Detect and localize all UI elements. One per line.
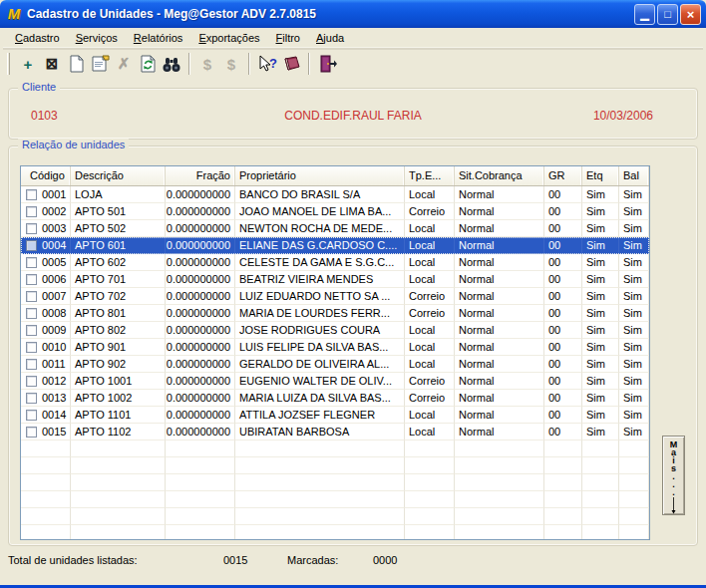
table-row[interactable]: 0015APTO 11020.000000000UBIRATAN BARBOSA… — [21, 424, 649, 441]
row-checkbox[interactable] — [26, 189, 37, 200]
table-header: CódigoDescriçãoFraçãoProprietárioTp.E...… — [21, 166, 649, 186]
app-logo-icon: M — [5, 5, 23, 23]
row-checkbox[interactable] — [26, 291, 37, 302]
row-checkbox[interactable] — [26, 393, 37, 404]
column-header-bal[interactable]: Bal — [619, 166, 649, 185]
column-header-sit-cobranca[interactable]: Sit.Cobrança — [455, 166, 544, 185]
cell-codigo: 0013 — [42, 390, 66, 406]
unidades-table: CódigoDescriçãoFraçãoProprietárioTp.E...… — [20, 165, 650, 540]
table-row[interactable]: 0009APTO 8020.000000000JOSE RODRIGUES CO… — [21, 322, 649, 339]
row-checkbox[interactable] — [26, 410, 37, 421]
table-cell: Normal — [455, 288, 544, 305]
row-checkbox[interactable] — [26, 240, 37, 251]
table-row[interactable]: 0002APTO 5010.000000000JOAO MANOEL DE LI… — [21, 203, 649, 220]
table-cell: EUGENIO WALTER DE OLIV... — [235, 373, 405, 390]
table-cell — [166, 491, 235, 508]
menu-item-servicos[interactable]: Serviços — [68, 30, 126, 46]
menu-item-relatorios[interactable]: Relatórios — [126, 30, 191, 46]
table-cell — [619, 508, 649, 525]
table-cell — [619, 441, 649, 457]
row-checkbox[interactable] — [26, 308, 37, 319]
table-cell — [405, 525, 455, 540]
column-header-tp-e[interactable]: Tp.E... — [405, 166, 455, 185]
table-cell: JOAO MANOEL DE LIMA BA... — [235, 203, 405, 220]
row-checkbox[interactable] — [26, 257, 37, 268]
menu-item-cadastro[interactable]: Cadastro — [7, 30, 68, 46]
context-help-button[interactable]: ? — [255, 52, 279, 76]
menu-item-ajuda[interactable]: Ajuda — [308, 30, 352, 46]
cancel-icon: ✗ — [118, 55, 131, 73]
table-cell — [455, 525, 544, 540]
manual-button[interactable] — [279, 52, 303, 76]
row-checkbox[interactable] — [26, 376, 37, 387]
table-cell: Sim — [619, 322, 649, 339]
table-cell: 0.000000000 — [166, 424, 235, 441]
cell-codigo: 0012 — [42, 373, 66, 389]
table-cell: 0012 — [21, 373, 71, 390]
table-cell: Local — [405, 407, 455, 424]
table-row[interactable]: 0004APTO 6010.000000000ELIANE DAS G.CARD… — [21, 237, 649, 254]
table-cell: Normal — [455, 237, 544, 254]
row-checkbox[interactable] — [26, 223, 37, 234]
table-cell: Sim — [619, 356, 649, 373]
column-header-descricao[interactable]: Descrição — [71, 166, 166, 185]
add-button[interactable]: + — [16, 52, 40, 76]
maximize-button[interactable]: □ — [657, 4, 678, 25]
table-row[interactable]: 0008APTO 8010.000000000MARIA DE LOURDES … — [21, 305, 649, 322]
table-cell: 0004 — [21, 237, 71, 254]
exit-button[interactable] — [315, 52, 339, 76]
column-header-fracao[interactable]: Fração — [166, 166, 235, 185]
table-cell — [235, 441, 405, 457]
refresh-button[interactable] — [136, 52, 160, 76]
empty-row — [21, 491, 649, 508]
table-row[interactable]: 0012APTO 10010.000000000EUGENIO WALTER D… — [21, 373, 649, 390]
search-button[interactable] — [160, 52, 183, 76]
table-row[interactable]: 0006APTO 7010.000000000BEATRIZ VIEIRA ME… — [21, 271, 649, 288]
row-checkbox[interactable] — [26, 342, 37, 353]
column-header-gr[interactable]: GR — [544, 166, 582, 185]
cliente-caption: Cliente — [18, 81, 60, 93]
table-row[interactable]: 0007APTO 7020.000000000LUIZ EDUARDO NETT… — [21, 288, 649, 305]
column-header-etq[interactable]: Etq — [582, 166, 619, 185]
row-checkbox[interactable] — [26, 206, 37, 217]
column-header-proprietario[interactable]: Proprietário — [235, 166, 405, 185]
menu-item-filtro[interactable]: Filtro — [268, 30, 308, 46]
table-row[interactable]: 0010APTO 9010.000000000LUIS FELIPE DA SI… — [21, 339, 649, 356]
table-cell: 00 — [544, 305, 582, 322]
cell-codigo: 0015 — [42, 424, 66, 440]
new-document-button[interactable] — [64, 52, 88, 76]
row-checkbox[interactable] — [26, 427, 37, 438]
table-row[interactable]: 0005APTO 6020.000000000CELESTE DA GAMA E… — [21, 254, 649, 271]
app-window: M Cadastro de Unidades - Meg@Gestor ADV … — [0, 0, 706, 588]
menu-item-exportacoes[interactable]: Exportações — [190, 30, 267, 46]
mais-button[interactable]: Mais... — [662, 436, 685, 515]
toolbar-gripper-icon[interactable] — [7, 53, 10, 75]
row-checkbox[interactable] — [26, 359, 37, 370]
table-row[interactable]: 0001LOJA0.000000000BANCO DO BRASIL S/ALo… — [21, 186, 649, 203]
table-cell: 00 — [544, 373, 582, 390]
minimize-button[interactable]: ▁ — [634, 4, 655, 25]
table-cell: Correio — [405, 305, 455, 322]
row-checkbox[interactable] — [26, 325, 37, 336]
delete-button[interactable]: ⊠ — [40, 52, 64, 76]
table-row[interactable]: 0013APTO 10020.000000000MARIA LUIZA DA S… — [21, 390, 649, 407]
table-cell: Correio — [405, 203, 455, 220]
table-row[interactable]: 0003APTO 5020.000000000NEWTON ROCHA DE M… — [21, 220, 649, 237]
close-button[interactable]: × — [680, 4, 701, 25]
book-icon — [282, 56, 301, 72]
table-cell — [166, 525, 235, 540]
properties-button[interactable] — [88, 52, 112, 76]
title-bar[interactable]: M Cadastro de Unidades - Meg@Gestor ADV … — [0, 0, 706, 28]
table-row[interactable]: 0011APTO 9020.000000000GERALDO DE OLIVEI… — [21, 356, 649, 373]
table-cell: Sim — [619, 220, 649, 237]
table-cell: Normal — [455, 220, 544, 237]
table-cell — [166, 457, 235, 474]
table-row[interactable]: 0014APTO 11010.000000000ATTILA JOZSEF FL… — [21, 407, 649, 424]
table-cell: 00 — [544, 203, 582, 220]
table-cell — [71, 491, 166, 508]
column-header-codigo[interactable]: Código — [21, 166, 71, 185]
table-cell: Normal — [455, 373, 544, 390]
row-checkbox[interactable] — [26, 274, 37, 285]
cell-codigo: 0010 — [42, 339, 66, 355]
table-cell: Normal — [455, 271, 544, 288]
